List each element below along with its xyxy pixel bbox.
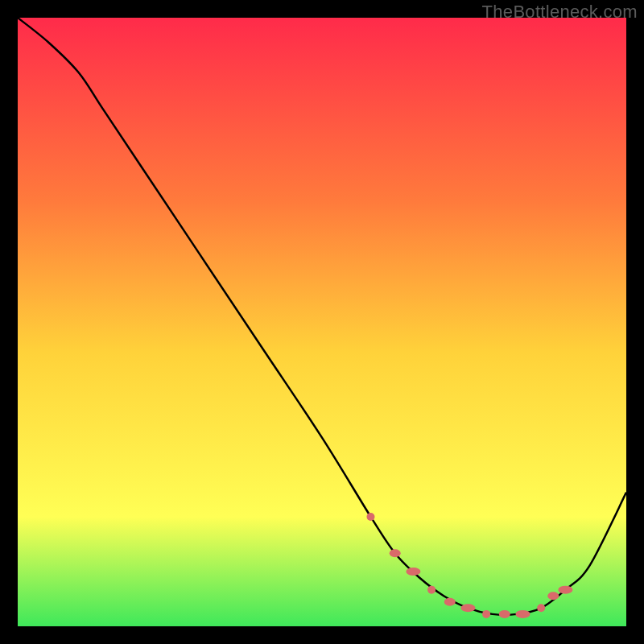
marker-dot xyxy=(558,586,572,594)
chart-container: TheBottleneck.com xyxy=(0,0,644,644)
marker-dot xyxy=(460,604,475,612)
marker-dot xyxy=(482,610,490,618)
marker-dot xyxy=(444,598,456,606)
gradient-background xyxy=(18,18,626,626)
plot-svg xyxy=(18,18,626,626)
marker-dot xyxy=(547,592,559,600)
plot-area xyxy=(18,18,626,626)
marker-dot xyxy=(537,604,545,612)
watermark-text: TheBottleneck.com xyxy=(482,2,638,23)
marker-dot xyxy=(390,549,401,557)
marker-dot xyxy=(406,568,420,576)
marker-dot xyxy=(499,610,510,618)
marker-dot xyxy=(366,513,374,521)
marker-dot xyxy=(427,586,436,594)
marker-dot xyxy=(515,610,530,618)
